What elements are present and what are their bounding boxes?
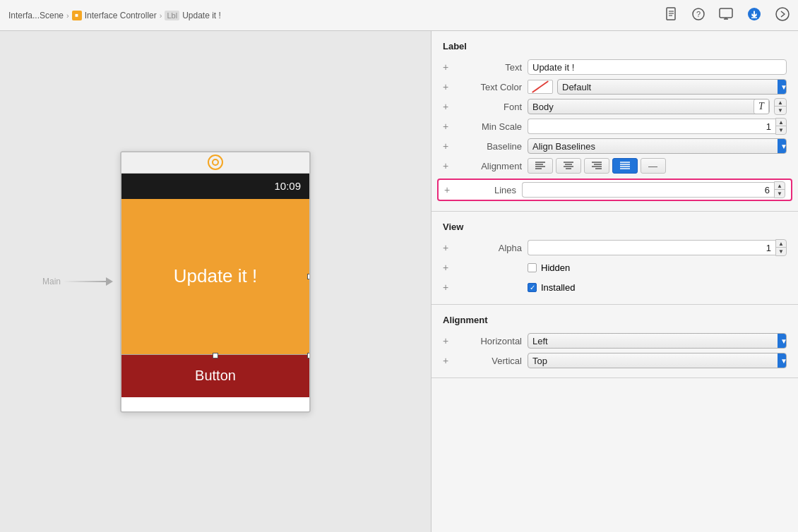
monitor-icon[interactable] (719, 8, 733, 23)
font-dropdown-text: Body (528, 102, 754, 112)
text-color-dropdown-text: Default (558, 82, 778, 92)
alpha-plus[interactable]: + (443, 242, 453, 253)
device-icon-inner (212, 159, 219, 166)
align-left-btn[interactable] (528, 158, 553, 174)
label-section: Label + Text Update it ! + Text Color (431, 31, 798, 212)
min-scale-field: 1 ▲ ▼ (528, 118, 787, 135)
device-body[interactable]: Update it ! (121, 199, 309, 354)
resize-handle-right[interactable] (307, 274, 311, 279)
text-color-dropdown[interactable]: Default ▼ (557, 79, 787, 95)
breadcrumb-item-controller[interactable]: ■ Interface Controller (72, 11, 157, 20)
lines-stepper[interactable]: ▲ ▼ (774, 181, 785, 198)
lines-plus[interactable]: + (444, 184, 454, 195)
hidden-checkbox[interactable] (528, 263, 537, 272)
alpha-label: Alpha (458, 243, 522, 253)
font-dropdown[interactable]: Body T (528, 99, 770, 114)
baseline-value: Align Baselines ▼ (528, 138, 787, 154)
font-stepper-up[interactable]: ▲ (775, 99, 786, 107)
installed-row: + ✓ Installed (431, 277, 798, 297)
breadcrumb: Interfa...Scene › ■ Interface Controller… (8, 11, 665, 20)
min-scale-input[interactable]: 1 (528, 119, 775, 134)
breadcrumb-sep-1: › (66, 11, 69, 20)
view-section-title: View (431, 219, 798, 238)
baseline-plus[interactable]: + (443, 140, 453, 152)
min-scale-row: + Min Scale 1 ▲ ▼ (431, 116, 798, 136)
baseline-label: Baseline (458, 141, 522, 152)
text-row: + Text Update it ! (431, 57, 798, 77)
align-center-btn[interactable] (556, 158, 581, 174)
lines-value: 6 ▲ ▼ (522, 181, 785, 198)
horizontal-dropdown-text: Left (528, 336, 778, 346)
hidden-row: + Hidden (431, 258, 798, 277)
text-input[interactable]: Update it ! (528, 59, 787, 75)
right-panel: Label + Text Update it ! + Text Color (431, 31, 798, 532)
alpha-stepper[interactable]: ▲ ▼ (775, 239, 787, 256)
vertical-value: Top ▼ (528, 353, 787, 368)
min-scale-value: 1 ▲ ▼ (528, 118, 787, 135)
device-status-bar: 10:09 (121, 174, 309, 199)
document-icon[interactable] (665, 7, 678, 24)
font-stepper-down[interactable]: ▼ (775, 107, 786, 114)
horizontal-dropdown-arrow: ▼ (778, 333, 787, 349)
min-scale-label: Min Scale (458, 121, 522, 132)
alignment-section: Alignment + Horizontal Left ▼ + Vertical (431, 305, 798, 378)
main-arrow: Main (42, 277, 113, 286)
resize-handle-bottom-right[interactable] (307, 353, 311, 358)
alpha-stepper-up[interactable]: ▲ (776, 240, 786, 248)
alignment-plus[interactable]: + (443, 160, 453, 171)
alpha-value: 1 ▲ ▼ (528, 239, 787, 256)
resize-handle-bottom-center[interactable] (213, 353, 218, 358)
installed-label: Installed (541, 282, 575, 293)
installed-checkbox[interactable]: ✓ (528, 283, 537, 292)
svg-point-13 (776, 8, 789, 20)
min-scale-plus[interactable]: + (443, 121, 453, 132)
baseline-dropdown[interactable]: Align Baselines ▼ (528, 138, 787, 154)
min-scale-stepper[interactable]: ▲ ▼ (775, 118, 787, 135)
lines-input[interactable]: 6 (522, 182, 774, 198)
align-dash-btn[interactable]: — (641, 158, 666, 174)
hidden-plus[interactable]: + (443, 262, 453, 273)
text-plus[interactable]: + (443, 61, 453, 73)
vertical-plus[interactable]: + (443, 355, 453, 366)
alpha-field: 1 ▲ ▼ (528, 239, 787, 256)
alpha-row: + Alpha 1 ▲ ▼ (431, 238, 798, 258)
lines-row-highlighted: + Lines 6 ▲ ▼ (437, 179, 792, 201)
align-right-btn[interactable] (584, 158, 609, 174)
breadcrumb-item-scene[interactable]: Interfa...Scene (8, 11, 64, 20)
text-color-label: Text Color (458, 82, 522, 92)
forward-icon[interactable] (775, 7, 790, 24)
breadcrumb-label-update: Update it ! (182, 11, 221, 20)
device-button-area[interactable]: Button (121, 355, 309, 397)
text-label: Text (458, 62, 522, 73)
installed-value: ✓ Installed (528, 282, 787, 293)
font-stepper[interactable]: ▲ ▼ (774, 98, 787, 115)
horizontal-plus[interactable]: + (443, 335, 453, 346)
breadcrumb-item-lbl[interactable]: Lbl Update it ! (165, 11, 220, 20)
vertical-dropdown[interactable]: Top ▼ (528, 353, 787, 368)
horizontal-label: Horizontal (458, 336, 522, 346)
svg-text:?: ? (696, 10, 701, 18)
arrow-head (106, 277, 113, 286)
alpha-input[interactable]: 1 (528, 240, 775, 255)
question-icon[interactable]: ? (692, 8, 705, 23)
color-preview[interactable] (528, 80, 553, 94)
vertical-label: Vertical (458, 356, 522, 366)
baseline-dropdown-arrow: ▼ (778, 138, 787, 154)
arrow-line (64, 281, 106, 282)
horizontal-dropdown[interactable]: Left ▼ (528, 333, 787, 349)
min-scale-stepper-up[interactable]: ▲ (776, 119, 786, 126)
alignment-label: Alignment (458, 161, 522, 171)
text-color-plus[interactable]: + (443, 81, 453, 92)
download-icon[interactable] (747, 7, 761, 24)
canvas-area: Main 10:09 Update it ! Butt (0, 31, 431, 532)
installed-plus[interactable]: + (443, 282, 453, 293)
vertical-row: + Vertical Top ▼ (431, 351, 798, 370)
align-justify-btn[interactable] (612, 158, 638, 174)
min-scale-stepper-down[interactable]: ▼ (776, 126, 786, 134)
vertical-dropdown-text: Top (528, 356, 778, 366)
lines-stepper-down[interactable]: ▼ (775, 190, 785, 198)
lines-label: Lines (460, 185, 516, 195)
lines-stepper-up[interactable]: ▲ (775, 182, 785, 190)
font-plus[interactable]: + (443, 101, 453, 112)
alpha-stepper-down[interactable]: ▼ (776, 248, 786, 255)
